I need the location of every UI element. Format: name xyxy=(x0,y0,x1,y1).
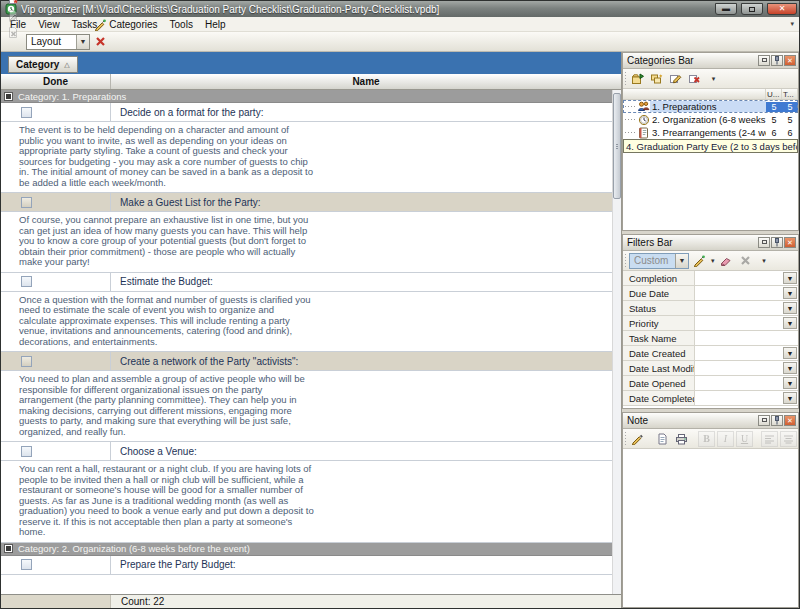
group-row[interactable]: Category: 2. Organization (6-8 weeks bef… xyxy=(1,543,621,556)
filters-pin-icon[interactable] xyxy=(771,237,783,248)
menu-categories[interactable]: Categories xyxy=(103,17,163,31)
note-editor[interactable] xyxy=(623,449,798,607)
categories-pin-icon[interactable] xyxy=(771,55,783,66)
done-checkbox[interactable] xyxy=(21,356,32,367)
align-center-button[interactable] xyxy=(780,431,797,447)
edit-note-button[interactable] xyxy=(629,431,646,447)
done-checkbox[interactable] xyxy=(21,107,32,118)
delete-x-icon xyxy=(740,255,751,266)
filter-row: Date Created▼ xyxy=(623,346,798,361)
delete-filter-button[interactable] xyxy=(737,253,754,269)
filter-value-field[interactable] xyxy=(695,391,782,405)
filters-close-icon[interactable]: ✕ xyxy=(784,237,796,248)
menu-overflow-icon[interactable]: ▾ xyxy=(790,20,799,28)
categories-close-icon[interactable]: ✕ xyxy=(784,55,796,66)
print-note-button[interactable] xyxy=(673,431,690,447)
delete-category-button[interactable] xyxy=(686,71,703,87)
scrollbar-thumb[interactable] xyxy=(613,93,621,199)
filter-value-field[interactable] xyxy=(695,286,782,300)
delete-layout-button[interactable] xyxy=(91,33,109,50)
category-item[interactable]: 3. Prearrangements (2-4 weeks before66 xyxy=(623,126,798,139)
done-checkbox[interactable] xyxy=(21,446,32,457)
done-checkbox[interactable] xyxy=(21,197,32,208)
filter-dropdown-button[interactable]: ▼ xyxy=(783,392,797,404)
done-checkbox[interactable] xyxy=(21,276,32,287)
filter-value-field[interactable] xyxy=(695,361,782,375)
new-task-icon xyxy=(7,0,19,5)
filter-label: Completion xyxy=(623,271,695,285)
task-row[interactable]: Make a Guest List for the Party: xyxy=(1,193,621,212)
category-item[interactable]: 2. Organization (6-8 weeks before the55 xyxy=(623,113,798,126)
categories-undone-column[interactable]: U... xyxy=(766,89,782,99)
task-row[interactable]: Choose a Venue: xyxy=(1,442,621,461)
filter-dropdown-button[interactable]: ▼ xyxy=(783,362,797,374)
filter-dropdown-button[interactable]: ▼ xyxy=(783,302,797,314)
right-dock: Categories Bar ✕ ▾ U... T... 1. Preparat… xyxy=(622,52,799,608)
column-header-done[interactable]: Done xyxy=(1,74,111,89)
filter-value-field[interactable] xyxy=(695,331,798,345)
filters-bar-panel: Filters Bar ✕ Custom ▼ ▾▾ Completion▼Due… xyxy=(622,234,799,409)
task-row[interactable]: Decide on a format for the party: xyxy=(1,103,621,122)
done-checkbox[interactable] xyxy=(21,559,32,570)
category-item[interactable]: 1. Preparations55 xyxy=(623,100,798,113)
edit-task-button[interactable] xyxy=(4,7,22,24)
apply-filter-button[interactable] xyxy=(691,253,708,269)
menu-help[interactable]: Help xyxy=(199,17,232,31)
note-pin-icon[interactable] xyxy=(771,415,783,426)
filter-dropdown-button[interactable]: ▼ xyxy=(783,377,797,389)
group-row[interactable]: Category: 1. Preparations xyxy=(1,90,621,103)
new-category-button[interactable] xyxy=(629,71,646,87)
categories-overflow-button[interactable]: ▾ xyxy=(705,71,722,87)
collapse-icon[interactable] xyxy=(4,92,13,101)
task-description: The event is to be held depending on a c… xyxy=(19,125,314,188)
minimize-button[interactable]: ▬ xyxy=(715,3,737,15)
edit-layout-button[interactable] xyxy=(91,16,109,33)
delete-task-button[interactable] xyxy=(4,24,22,41)
filter-value-field[interactable] xyxy=(695,301,782,315)
task-row[interactable]: Estimate the Budget: xyxy=(1,273,621,292)
layout-combo[interactable]: Layout ▼ xyxy=(26,34,90,50)
menu-tools[interactable]: Tools xyxy=(164,17,199,31)
note-float-button[interactable] xyxy=(758,415,770,426)
new-subcategory-button[interactable] xyxy=(648,71,665,87)
task-description-row: Of course, you cannot prepare an exhaust… xyxy=(1,212,621,273)
filters-float-button[interactable] xyxy=(758,237,770,248)
vertical-scrollbar[interactable] xyxy=(612,90,621,594)
categories-name-column[interactable] xyxy=(623,89,766,99)
task-row[interactable]: Prepare the Party Budget: xyxy=(1,556,621,575)
bold-button[interactable]: B xyxy=(698,431,715,447)
layout-combo-arrow-icon[interactable]: ▼ xyxy=(76,35,89,49)
filter-dropdown-button[interactable]: ▼ xyxy=(783,287,797,299)
filter-value-field[interactable] xyxy=(695,376,782,390)
maximize-button[interactable] xyxy=(741,3,763,15)
filter-dropdown-button[interactable]: ▼ xyxy=(783,272,797,284)
layout-combo-value: Layout xyxy=(27,36,76,47)
note-close-icon[interactable]: ✕ xyxy=(784,415,796,426)
group-by-field[interactable]: Category △ xyxy=(8,56,78,73)
filter-preset-arrow-icon[interactable]: ▼ xyxy=(675,254,688,268)
filter-dropdown-button[interactable]: ▼ xyxy=(783,317,797,329)
edit-category-button[interactable] xyxy=(667,71,684,87)
column-header-name[interactable]: Name xyxy=(111,74,621,89)
categories-float-button[interactable] xyxy=(758,55,770,66)
main-toolbar: ▾▾▼▲⇊⇈▾ Layout ▼ ▾ xyxy=(1,32,799,52)
underline-button[interactable]: U xyxy=(736,431,753,447)
filter-dropdown-button[interactable]: ▼ xyxy=(783,347,797,359)
apply-filter-dropdown-icon[interactable]: ▾ xyxy=(710,257,716,265)
task-row[interactable]: Create a network of the Party "activists… xyxy=(1,352,621,371)
filter-row: Task Name xyxy=(623,331,798,346)
filter-value-field[interactable] xyxy=(695,346,782,360)
menu-view[interactable]: View xyxy=(32,17,66,31)
filter-preset-combo[interactable]: Custom ▼ xyxy=(629,253,689,269)
filters-overflow-button[interactable]: ▾ xyxy=(756,253,773,269)
filter-value-field[interactable] xyxy=(695,316,782,330)
collapse-icon[interactable] xyxy=(4,544,13,553)
clear-filter-button[interactable] xyxy=(718,253,735,269)
new-note-button[interactable] xyxy=(654,431,671,447)
close-button[interactable]: ✕ xyxy=(767,3,797,15)
align-left-button[interactable] xyxy=(761,431,778,447)
categories-total-column[interactable]: T... xyxy=(782,89,798,99)
italic-button[interactable]: I xyxy=(717,431,734,447)
filter-value-field[interactable] xyxy=(695,271,782,285)
task-description: You can rent a hall, restaurant or a nig… xyxy=(19,464,314,538)
